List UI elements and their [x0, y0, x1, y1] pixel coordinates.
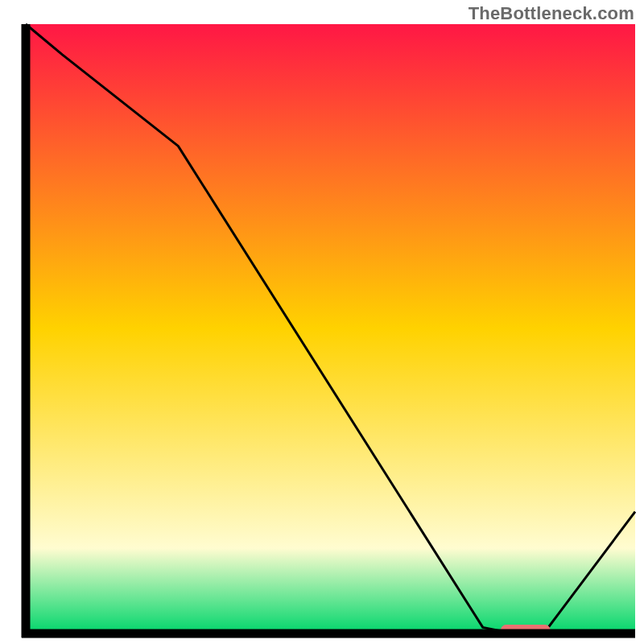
bottleneck-chart: [0, 0, 644, 644]
chart-container: { "attribution": "TheBottleneck.com", "c…: [0, 0, 644, 644]
plot-gradient: [26, 24, 635, 634]
